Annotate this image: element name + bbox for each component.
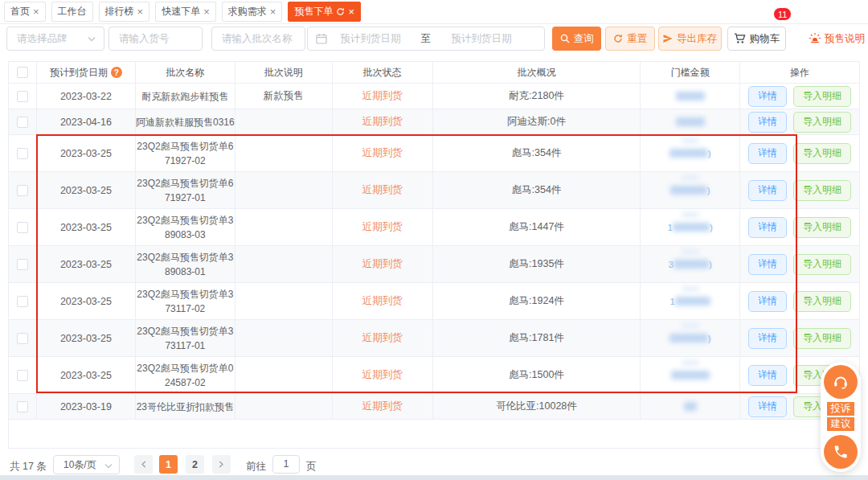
send-icon: [663, 34, 673, 43]
cell-batch-overview: 彪马:1781件: [433, 320, 641, 356]
cell-expected-date: 2023-04-16: [37, 109, 136, 134]
censored-value: [669, 149, 708, 158]
censored-value: [682, 175, 699, 180]
row-checkbox[interactable]: [17, 222, 28, 233]
table-header-row: 预计到货日期?批次名称批次说明批次状态批次概况门槛金额操作: [9, 62, 860, 84]
detail-button[interactable]: 详情: [748, 328, 787, 349]
headset-icon: [832, 373, 850, 391]
tab-预售下单[interactable]: 预售下单×: [288, 2, 361, 22]
import-detail-button[interactable]: 导入明细: [793, 254, 851, 275]
select-all-checkbox[interactable]: [17, 67, 28, 78]
tab-快速下单[interactable]: 快速下单×: [155, 2, 216, 22]
cell-threshold-amount: [641, 84, 740, 109]
date-range-input[interactable]: 预计到货日期 至 预计到货日期: [307, 27, 545, 51]
brand-select[interactable]: 请选择品牌: [6, 27, 104, 51]
cell-threshold-amount: 1: [641, 283, 740, 319]
page-size-select[interactable]: 10条/页: [53, 455, 120, 474]
detail-button[interactable]: 详情: [748, 254, 787, 275]
row-checkbox-cell: [9, 209, 37, 245]
detail-button[interactable]: 详情: [748, 396, 787, 417]
tab-label: 首页: [10, 5, 30, 18]
customer-service-button[interactable]: [824, 365, 858, 399]
batch-name-input[interactable]: 请输入批次名称: [211, 27, 305, 51]
page-button-2[interactable]: 2: [186, 455, 204, 474]
detail-button[interactable]: 详情: [748, 291, 787, 312]
chevron-down-icon: [88, 36, 96, 42]
import-detail-button[interactable]: 导入明细: [793, 86, 851, 107]
tab-求购需求[interactable]: 求购需求×: [222, 2, 283, 22]
row-checkbox[interactable]: [17, 91, 28, 102]
export-stock-button[interactable]: 导出库存: [658, 27, 722, 51]
cell-batch-desc: 新款预售: [235, 84, 333, 109]
detail-button[interactable]: 详情: [748, 143, 787, 164]
goto-page-input[interactable]: 1: [272, 455, 300, 474]
censored-value: [682, 249, 699, 254]
next-page-button[interactable]: [212, 455, 231, 474]
table-row: 2023-03-2523Q2彪马预售切货单671927-02近期到货彪马:354…: [9, 135, 860, 172]
close-tab-icon[interactable]: ×: [137, 6, 144, 17]
prev-page-button[interactable]: [134, 455, 153, 474]
tab-首页[interactable]: 首页×: [4, 2, 46, 22]
cell-expected-date: 2023-03-19: [37, 394, 136, 419]
footer-strip: [0, 475, 868, 480]
row-checkbox[interactable]: [17, 148, 28, 159]
suggestion-label: 建议: [827, 417, 854, 431]
censored-value: [682, 212, 699, 217]
import-detail-button[interactable]: 导入明细: [793, 291, 851, 312]
search-button-label: 查询: [574, 32, 594, 46]
item-no-input[interactable]: 请输入货号: [108, 27, 203, 51]
cell-threshold-amount: ): [641, 172, 740, 208]
import-detail-button[interactable]: 导入明细: [793, 217, 851, 238]
close-tab-icon[interactable]: ×: [33, 6, 39, 17]
table-row: 2023-03-2523Q2彪马预售切货单024587-02近期到货彪马:150…: [9, 357, 860, 394]
page-unit-label: 页: [306, 460, 317, 474]
close-tab-icon[interactable]: ×: [203, 6, 210, 17]
phone-contact-button[interactable]: [824, 435, 858, 469]
close-tab-icon[interactable]: ×: [348, 6, 354, 17]
tab-label: 求购需求: [228, 5, 267, 18]
import-detail-button[interactable]: 导入明细: [793, 328, 851, 349]
presale-info-label: 预售说明: [825, 32, 865, 46]
cell-expected-date: 2023-03-25: [37, 357, 136, 393]
presale-info-link[interactable]: 预售说明: [809, 27, 865, 51]
cell-threshold-amount: [641, 357, 740, 393]
detail-button[interactable]: 详情: [748, 112, 787, 133]
column-header: 批次名称: [136, 62, 235, 83]
row-checkbox[interactable]: [17, 370, 28, 381]
table-row: 2023-03-2523Q2彪马预售切货单373117-01近期到货彪马:178…: [9, 320, 860, 357]
tab-工作台[interactable]: 工作台: [51, 2, 93, 22]
detail-button[interactable]: 详情: [748, 180, 787, 201]
cell-batch-status: 近期到货: [333, 172, 433, 208]
row-checkbox[interactable]: [17, 333, 28, 344]
import-detail-button[interactable]: 导入明细: [793, 112, 851, 133]
date-end-placeholder: 预计到货日期: [438, 32, 525, 46]
cart-button[interactable]: 购物车: [727, 27, 786, 51]
complaint-suggestion-button[interactable]: 投诉 建议: [824, 402, 858, 431]
cell-batch-name: 23Q2彪马预售切货单671927-02: [136, 135, 235, 171]
cell-batch-name: 23Q2彪马预售切货单389083-01: [136, 246, 235, 282]
help-icon[interactable]: ?: [111, 67, 122, 78]
detail-button[interactable]: 详情: [748, 217, 787, 238]
row-checkbox[interactable]: [17, 185, 28, 196]
row-checkbox[interactable]: [17, 296, 28, 307]
row-checkbox-cell: [9, 357, 37, 393]
tab-排行榜[interactable]: 排行榜×: [99, 2, 150, 22]
cell-batch-desc: [235, 109, 333, 134]
row-checkbox[interactable]: [17, 117, 28, 128]
row-checkbox[interactable]: [17, 401, 28, 412]
detail-button[interactable]: 详情: [748, 365, 787, 386]
row-checkbox[interactable]: [17, 259, 28, 270]
column-header: 批次状态: [333, 62, 433, 83]
chevron-down-icon: [104, 463, 113, 469]
page-button-1[interactable]: 1: [159, 455, 178, 474]
complaint-label: 投诉: [827, 402, 854, 416]
import-detail-button[interactable]: 导入明细: [793, 143, 851, 164]
reset-button[interactable]: 重置: [605, 27, 655, 51]
detail-button[interactable]: 详情: [748, 86, 787, 107]
refresh-icon[interactable]: [336, 7, 345, 16]
date-start-placeholder: 预计到货日期: [327, 32, 414, 46]
close-tab-icon[interactable]: ×: [270, 6, 276, 17]
import-detail-button[interactable]: 导入明细: [793, 180, 851, 201]
filter-bar: 请选择品牌 请输入货号 请输入批次名称 预计到货日期 至 预计到货日期 查询 重…: [0, 27, 868, 51]
search-button[interactable]: 查询: [552, 27, 601, 51]
